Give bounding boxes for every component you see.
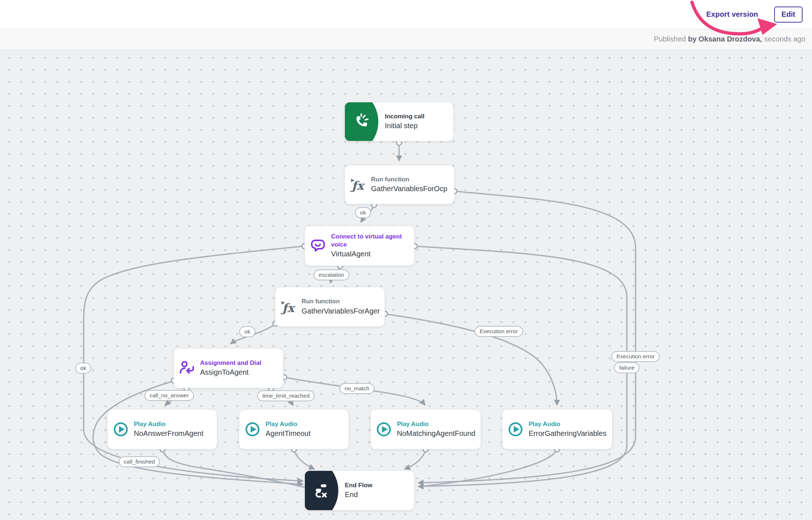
node-no-matching-agent-found[interactable]: Play Audio NoMatchingAgentFound bbox=[370, 409, 481, 449]
flow-designer-page: Export version Edit Published by Oksana … bbox=[0, 0, 812, 520]
edge-nomatch-to-end bbox=[405, 450, 426, 469]
edge-call-finished bbox=[163, 450, 309, 488]
node-name: GatherVariablesForOcp bbox=[371, 184, 453, 194]
edge-label-ok[interactable]: ok bbox=[239, 326, 255, 337]
node-type-label: Run function bbox=[371, 176, 453, 184]
end-flow-icon bbox=[305, 471, 345, 510]
node-error-gathering-variables[interactable]: Play Audio ErrorGatheringVariables bbox=[502, 409, 612, 449]
svg-text:ƒx: ƒx bbox=[280, 301, 296, 315]
edge-failure bbox=[415, 246, 627, 486]
node-name: VirtualAgent bbox=[331, 249, 413, 259]
export-version-button[interactable]: Export version bbox=[706, 10, 758, 19]
node-gather-variables-for-ager[interactable]: ƒx Run function GatherVariablesForAger bbox=[275, 287, 385, 327]
node-type-label: Incoming call bbox=[385, 113, 452, 121]
play-audio-icon bbox=[371, 421, 397, 438]
node-name: Initial step bbox=[385, 121, 452, 131]
node-name: GatherVariablesForAger bbox=[302, 306, 383, 316]
play-audio-icon bbox=[108, 421, 134, 438]
node-name: ErrorGatheringVariables bbox=[529, 428, 610, 438]
play-audio-icon bbox=[239, 421, 266, 438]
edit-button[interactable]: Edit bbox=[774, 7, 803, 23]
node-virtual-agent[interactable]: Connect to virtual agent voice VirtualAg… bbox=[304, 226, 414, 266]
published-author: by Oksana Drozdova, bbox=[688, 35, 762, 43]
node-assign-to-agent[interactable]: Assignment and Dial AssignToAgent bbox=[174, 348, 283, 388]
incoming-call-icon bbox=[345, 102, 385, 141]
node-type-label: Assignment and Dial bbox=[200, 359, 282, 367]
publish-status-bar: Published by Oksana Drozdova, seconds ag… bbox=[0, 29, 812, 50]
assignment-dial-icon bbox=[174, 359, 200, 377]
node-name: AssignToAgent bbox=[200, 367, 282, 377]
node-no-answer-from-agent[interactable]: Play Audio NoAnswerFromAgent bbox=[107, 409, 217, 449]
node-type-label: Play Audio bbox=[397, 420, 479, 428]
run-function-icon: ƒx bbox=[275, 298, 302, 316]
edge-exec-error-mid bbox=[385, 314, 557, 405]
node-type-label-line2: voice bbox=[331, 241, 413, 249]
edge-label-time-limit-reached[interactable]: time_limit_reached bbox=[257, 390, 315, 401]
node-name: NoAnswerFromAgent bbox=[134, 428, 215, 438]
edge-label-execution-error[interactable]: Execution error bbox=[474, 326, 523, 337]
node-type-label: Run function bbox=[302, 298, 383, 306]
edge-label-failure[interactable]: failure bbox=[614, 362, 640, 373]
node-type-label: Play Audio bbox=[134, 420, 215, 428]
edge-label-escalation[interactable]: escalation bbox=[314, 269, 349, 280]
node-name: AgentTimeout bbox=[266, 428, 347, 438]
play-audio-icon bbox=[502, 421, 529, 438]
node-type-label: Connect to virtual agent bbox=[331, 233, 413, 241]
edge-label-ok[interactable]: ok bbox=[355, 207, 371, 218]
node-gather-variables-for-ocp[interactable]: ƒx Run function GatherVariablesForOcp bbox=[345, 165, 454, 204]
svg-text:ƒx: ƒx bbox=[350, 179, 365, 193]
node-type-label: Play Audio bbox=[266, 420, 347, 428]
edge-label-no-match[interactable]: no_match bbox=[339, 383, 374, 394]
run-function-icon: ƒx bbox=[345, 176, 371, 193]
edge-label-ok[interactable]: ok bbox=[75, 363, 91, 374]
node-name: NoMatchingAgentFound bbox=[397, 428, 479, 438]
node-agent-timeout[interactable]: Play Audio AgentTimeout bbox=[239, 409, 349, 449]
node-type-label: Play Audio bbox=[529, 420, 610, 428]
edge-label-execution-error[interactable]: Execution error bbox=[611, 351, 660, 362]
node-type-label: End Flow bbox=[345, 481, 413, 489]
virtual-agent-icon bbox=[305, 237, 331, 255]
published-prefix: Published bbox=[654, 35, 686, 43]
header-bar: Export version Edit bbox=[0, 0, 812, 29]
published-time: seconds ago bbox=[764, 35, 805, 43]
edge-label-call-no-answer[interactable]: call_no_answer bbox=[144, 390, 194, 401]
node-initial-step[interactable]: Incoming call Initial step bbox=[345, 102, 454, 141]
node-end-flow[interactable]: End Flow End bbox=[304, 470, 414, 511]
node-name: End bbox=[345, 489, 413, 500]
edge-timeout-to-end bbox=[294, 450, 314, 469]
edge-label-call-finished[interactable]: call_finished bbox=[119, 456, 160, 467]
